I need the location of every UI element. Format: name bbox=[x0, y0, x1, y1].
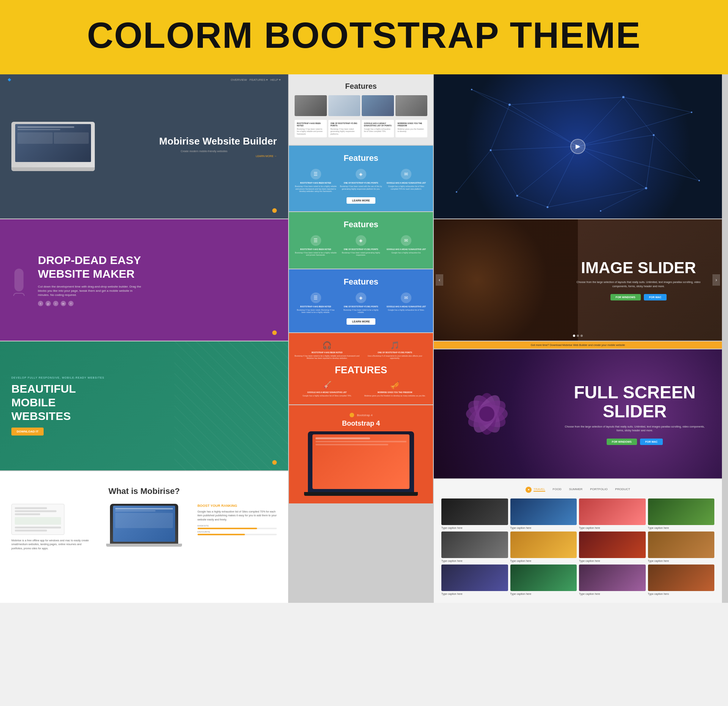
feat-col-3-1-text: Bootstrap 4 has been noted to be a highl… bbox=[295, 252, 337, 256]
instagram-icon[interactable]: i bbox=[53, 301, 58, 306]
gallery-nav-product[interactable]: PRODUCT bbox=[615, 487, 630, 492]
svg-line-19 bbox=[472, 90, 578, 146]
orange-dot-2 bbox=[272, 330, 277, 335]
feat-col-2-3-text: Google has a highly exhaustive list of S… bbox=[385, 185, 427, 190]
mock-ui bbox=[11, 504, 64, 535]
feat-col-4-3: ✉ GOOGLE HAS A HIGHLY EXHAUSTIVE LIST Go… bbox=[385, 292, 427, 314]
svg-line-21 bbox=[578, 146, 699, 181]
gallery-item-4: Type caption here bbox=[648, 498, 715, 529]
svg-line-0 bbox=[510, 105, 578, 146]
orange-dot-3 bbox=[272, 460, 277, 465]
gallery-thumb-10[interactable] bbox=[510, 564, 577, 591]
gallery-thumb-12[interactable] bbox=[648, 564, 715, 591]
panel-mobirise: 🔷 OVERVIEW FEATURES ▾ HELP ▾ bbox=[0, 74, 288, 219]
gallery-nav-summer[interactable]: SUMMER bbox=[569, 487, 583, 492]
header-section: COLORM BOOTSTRAP THEME bbox=[0, 0, 728, 74]
gallery-nav-food[interactable]: FOOD bbox=[553, 487, 562, 492]
feat-icon-2-3: ✉ bbox=[401, 169, 411, 179]
linkedin-icon[interactable]: in bbox=[61, 301, 66, 306]
gallery-thumb-9[interactable] bbox=[441, 564, 508, 591]
twitter-icon[interactable]: t bbox=[38, 301, 43, 306]
panel-what-is-mobirise: What is Mobirise? Mobirise is a free off… bbox=[0, 471, 288, 603]
features-panel-3: Features ☰ BOOTSTRAP 4 HAS BEEN NOTED Bo… bbox=[289, 212, 433, 269]
feat-icon-2-2: ◈ bbox=[356, 169, 366, 179]
svg-point-23 bbox=[508, 104, 511, 106]
feat-col-2-3-title: GOOGLE HAS A HIGHLY EXHAUSTIVE LIST bbox=[386, 182, 426, 184]
feat-col-5-1-title: BOOTSTRAP 4 HAS BEEN NOTED bbox=[312, 351, 343, 354]
gallery-item-11: Type caption here bbox=[579, 564, 646, 595]
feat-col-5-4-text: Mobirise gives you the freedom to develo… bbox=[364, 395, 425, 397]
feat-col-5-3-text: Google has a highly exhaustive list of S… bbox=[303, 395, 351, 397]
gallery-caption-7: Type caption here bbox=[579, 560, 646, 562]
gallery-thumb-1[interactable] bbox=[441, 498, 508, 525]
gallery-nav-portfolio[interactable]: PORTFOLIO bbox=[590, 487, 607, 492]
download-button[interactable]: DOWNLOAD IT bbox=[11, 428, 44, 436]
svg-point-26 bbox=[622, 96, 624, 98]
teal-small-text: DEVELOP FULLY RESPONSIVE, MOBILE-READY W… bbox=[11, 376, 277, 379]
fullscreen-mac-button[interactable]: FOR MAC bbox=[640, 439, 663, 445]
feature-image-2 bbox=[328, 95, 361, 116]
gallery-thumb-6[interactable] bbox=[510, 531, 577, 558]
feat-icon-5-3: 🎸 bbox=[322, 381, 332, 390]
feat-col-4-2-title: ONE OF BOOTSTRAP 4'S BIG POINTS bbox=[344, 305, 378, 308]
bootstrap-dot bbox=[350, 413, 354, 417]
fullscreen-win-button[interactable]: FOR WINDOWS bbox=[607, 439, 637, 445]
gallery-row-3: Type caption here Type caption here Type… bbox=[441, 564, 714, 595]
gallery-thumb-5[interactable] bbox=[441, 531, 508, 558]
panel-image-slider: ‹ › IMAGE SLIDER Choose from the large s… bbox=[434, 219, 722, 341]
svg-line-1 bbox=[491, 146, 578, 150]
feat-col-2-3: ✉ GOOGLE HAS A HIGHLY EXHAUSTIVE LIST Go… bbox=[385, 169, 427, 193]
gallery-item-2: Type caption here bbox=[510, 498, 577, 529]
play-button[interactable]: ▶ bbox=[570, 139, 585, 154]
laptop-outer bbox=[110, 504, 178, 544]
feat-col-2-1: ☰ BOOTSTRAP 4 HAS BEEN NOTED Bootstrap 4… bbox=[295, 169, 337, 193]
nav-logo: 🔷 bbox=[8, 78, 11, 82]
feat-col-3-2-title: ONE OF BOOTSTRAP 4'S BIG POINTS bbox=[344, 248, 378, 250]
feat-col-5-4-title: MOBIRISE GIVES YOU THE FREEDOM bbox=[378, 391, 412, 393]
gallery-nav-travel[interactable]: TRAVEL bbox=[533, 487, 545, 492]
gallery-thumb-11[interactable] bbox=[579, 564, 646, 591]
facebook-icon[interactable]: f bbox=[68, 301, 74, 306]
features-panel-5: 🎧 BOOTSTRAP 4 HAS BEEN NOTED Bootstrap 4… bbox=[289, 333, 433, 405]
slider-mac-button[interactable]: FOR MAC bbox=[644, 294, 667, 300]
learn-more-link[interactable]: LEARN MORE → bbox=[159, 155, 277, 157]
slider-dot-2[interactable] bbox=[577, 335, 579, 337]
feat-col-5-3: 🎸 GOOGLE HAS A HIGHLY EXHAUSTIVE LIST Go… bbox=[295, 381, 359, 397]
right-column: ▶ ‹ › IMAGE SLIDER Choose from the large… bbox=[434, 74, 722, 603]
features-panel-1: Features BOOTSTRAP 4 HAS BEEN NOTED Boot… bbox=[289, 74, 433, 145]
progress-fill-2 bbox=[198, 534, 245, 535]
feat-card-2: ONE OF BOOTSTRAP 4'S BIG POINTS Bootstra… bbox=[328, 120, 361, 138]
pinterest-icon[interactable]: p bbox=[46, 301, 51, 306]
feat-card-4-title: MOBIRISE GIVES YOU THE FREEDOM bbox=[398, 122, 425, 127]
main-grid: 🔷 OVERVIEW FEATURES ▾ HELP ▾ bbox=[0, 74, 728, 603]
feat-col-3-2: ◈ ONE OF BOOTSTRAP 4'S BIG POINTS Bootst… bbox=[340, 235, 382, 256]
learn-more-btn-4[interactable]: LEARN MORE bbox=[347, 318, 375, 325]
progress-label-2: FAVOURITE bbox=[198, 531, 277, 533]
learn-more-btn-2[interactable]: LEARN MORE bbox=[347, 197, 375, 204]
boost-block: BOOST YOUR RANKING Google has a highly e… bbox=[198, 504, 277, 537]
features-3-cols: ☰ BOOTSTRAP 4 HAS BEEN NOTED Bootstrap 4… bbox=[295, 235, 427, 256]
gallery-thumb-8[interactable] bbox=[648, 531, 715, 558]
gallery-row-2: Type caption here Type caption here Type… bbox=[441, 531, 714, 562]
purple-content: DROP-DEAD EASY WEBSITE MAKER Cut down th… bbox=[11, 253, 277, 307]
gallery-thumb-2[interactable] bbox=[510, 498, 577, 525]
feat-icon-4-2: ◈ bbox=[356, 292, 366, 303]
feat-card-2-text: Bootstrap 4 has been noted generating hi… bbox=[331, 128, 358, 135]
svg-line-5 bbox=[578, 146, 646, 188]
features-5-heading: FEATURES bbox=[335, 364, 387, 376]
gallery-thumb-7[interactable] bbox=[579, 531, 646, 558]
slider-dot-3[interactable] bbox=[581, 335, 583, 337]
fullscreen-heading: FULL SCREEN SLIDER bbox=[563, 383, 707, 421]
gallery-thumb-4[interactable] bbox=[648, 498, 715, 525]
slider-win-button[interactable]: FOR WINDOWS bbox=[610, 294, 641, 300]
slider-dot-1[interactable] bbox=[573, 335, 575, 337]
gallery-thumb-3[interactable] bbox=[579, 498, 646, 525]
fullscreen-content: FULL SCREEN SLIDER Choose from the large… bbox=[555, 375, 714, 453]
slider-arrow-left[interactable]: ‹ bbox=[436, 274, 443, 286]
teal-heading: BEAUTIFUL MOBILE WEBSITES bbox=[11, 382, 118, 423]
slider-arrow-right[interactable]: › bbox=[712, 274, 720, 286]
feature-image-4 bbox=[395, 95, 428, 116]
svg-point-24 bbox=[490, 149, 492, 151]
gallery-caption-6: Type caption here bbox=[510, 560, 577, 562]
slider-wood-bg bbox=[434, 219, 578, 341]
